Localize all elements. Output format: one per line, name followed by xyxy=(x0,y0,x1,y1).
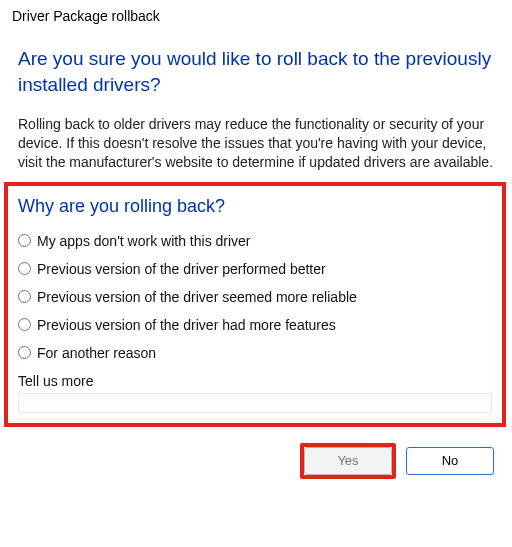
reason-radio-0[interactable] xyxy=(18,234,31,247)
reason-label: Previous version of the driver had more … xyxy=(37,317,336,333)
reason-option[interactable]: For another reason xyxy=(18,345,492,361)
reason-option[interactable]: Previous version of the driver performed… xyxy=(18,261,492,277)
reason-option[interactable]: My apps don't work with this driver xyxy=(18,233,492,249)
reason-radio-2[interactable] xyxy=(18,290,31,303)
warning-text: Rolling back to older drivers may reduce… xyxy=(18,115,494,172)
yes-button-highlight: Yes xyxy=(300,443,396,479)
window-title: Driver Package rollback xyxy=(0,0,512,28)
tell-us-more-input[interactable] xyxy=(18,393,492,413)
no-button[interactable]: No xyxy=(406,447,494,475)
reason-heading: Why are you rolling back? xyxy=(18,196,492,217)
reason-option[interactable]: Previous version of the driver had more … xyxy=(18,317,492,333)
reason-label: For another reason xyxy=(37,345,156,361)
reason-radio-3[interactable] xyxy=(18,318,31,331)
reason-label: Previous version of the driver performed… xyxy=(37,261,326,277)
dialog-content: Are you sure you would like to roll back… xyxy=(0,28,512,427)
reason-label: My apps don't work with this driver xyxy=(37,233,251,249)
yes-button[interactable]: Yes xyxy=(304,447,392,475)
tell-us-more-wrap xyxy=(18,393,492,413)
reason-radio-4[interactable] xyxy=(18,346,31,359)
reason-label: Previous version of the driver seemed mo… xyxy=(37,289,357,305)
main-heading: Are you sure you would like to roll back… xyxy=(18,46,494,97)
tell-us-more-label: Tell us more xyxy=(18,373,492,389)
dialog-button-row: Yes No xyxy=(0,427,512,493)
reason-option[interactable]: Previous version of the driver seemed mo… xyxy=(18,289,492,305)
reason-radio-1[interactable] xyxy=(18,262,31,275)
reason-section-highlight: Why are you rolling back? My apps don't … xyxy=(4,182,506,427)
